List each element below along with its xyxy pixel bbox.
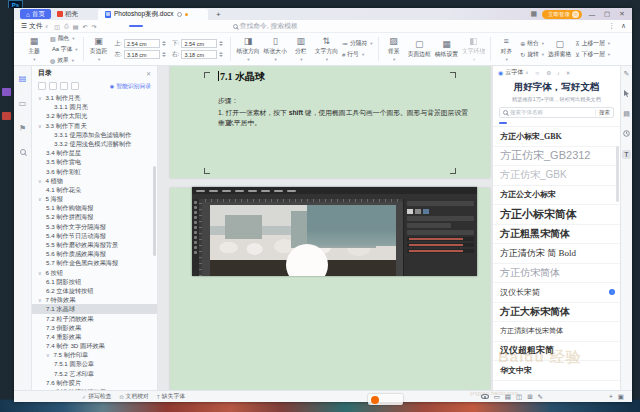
outline-item[interactable]: 7.5.1 圆形公章	[32, 359, 157, 368]
save-icon[interactable]: ◫	[54, 23, 60, 30]
theme-option-button[interactable]: Aa 字体	[48, 45, 80, 54]
close-outline-icon[interactable]: ✕	[146, 70, 151, 77]
file-menu-button[interactable]: ☰ 文件 ∨	[21, 21, 48, 31]
ribbon-button[interactable]: 文字方向	[313, 36, 340, 62]
ribbon-button[interactable]: 稿纸设置	[433, 36, 460, 62]
embedded-screenshot-image[interactable]	[192, 187, 477, 276]
font-list-item[interactable]: 方正仿宋_GBK	[493, 166, 620, 186]
outline-item[interactable]: 5.3 制作文字分隔海报	[32, 222, 157, 231]
outline-item[interactable]: 5.5 制作磨砂效果海报背景	[32, 240, 157, 249]
folder-icon[interactable]: ▭	[19, 99, 27, 108]
undo-icon[interactable]: ↶	[83, 23, 88, 30]
font-list-item[interactable]: 汉仪超粗宋简	[493, 342, 620, 362]
outline-item[interactable]: ∨ 7.5 制作印章	[32, 350, 157, 359]
search-icon[interactable]	[20, 149, 26, 155]
smiley-icon[interactable]: ☺	[535, 70, 541, 76]
margin-input[interactable]: 3.18 cm	[181, 50, 217, 59]
outline-item[interactable]: ∨ 7 特殊效果	[32, 295, 157, 304]
ribbon-button[interactable]: 纸张方向	[234, 36, 261, 62]
menu-item[interactable]	[171, 25, 185, 27]
tab-document[interactable]: W Photoshop案例.docx	[98, 9, 208, 20]
font-search-button[interactable]: 搜索	[595, 109, 610, 116]
outline-item[interactable]: 5.2 制作拼图海报	[32, 212, 157, 221]
font-list-item[interactable]: 方正粗黑宋简体	[493, 225, 620, 245]
outline-panel-icon[interactable]: ▤	[19, 74, 27, 83]
desktop-icon[interactable]	[2, 112, 11, 120]
font-search-box[interactable]: 搜索字体名称 搜索	[499, 107, 614, 118]
photoshop-desktop-icon[interactable]: Ps	[8, 0, 23, 8]
history-clock-icon[interactable]	[623, 130, 630, 138]
ribbon-small-button[interactable]: 上移一层	[573, 39, 612, 48]
outline-item[interactable]: ∨ 3.3 制作下雨天	[32, 121, 157, 130]
status-check-button[interactable]: 拼写检查	[82, 392, 111, 401]
ribbon-small-button[interactable]: 下移一层	[573, 50, 612, 59]
selection-pane-button[interactable]: 选择窗格	[546, 39, 573, 59]
font-list-item[interactable]: 方正仿宋简体	[493, 264, 620, 284]
font-list-item[interactable]: 方正小标宋_GBK	[493, 127, 620, 147]
outline-item[interactable]: 7.2 粒子消散效果	[32, 314, 157, 323]
theme-option-button[interactable]: 颜色	[48, 34, 80, 43]
export-icon[interactable]: ▤	[73, 23, 79, 30]
view-mode-3-icon[interactable]: ◫	[516, 393, 522, 401]
minimize-button[interactable]: —	[587, 11, 597, 18]
menu-item[interactable]	[101, 25, 115, 27]
outline-tool-button[interactable]	[38, 82, 46, 90]
document-area[interactable]: 7.1 水晶球 步骤： 1. 打开一张素材，按下 shift 键，使用椭圆工具勾…	[158, 66, 492, 390]
gear-icon[interactable]: ⚙	[546, 70, 551, 76]
close-button[interactable]: ✕	[617, 10, 627, 18]
outline-item[interactable]: 3.3.2 使用浅色模式溶解制作	[32, 139, 157, 148]
margin-input[interactable]: 2.54 cm	[181, 39, 217, 48]
eye-protect-icon[interactable]	[481, 394, 489, 399]
maximize-button[interactable]: ▢	[602, 10, 612, 18]
outline-item[interactable]: 7.4 制作 3D 圆环效果	[32, 341, 157, 350]
command-search[interactable]: 查找命令, 搜索模板	[233, 21, 298, 31]
menu-item[interactable]	[143, 25, 157, 27]
outline-item[interactable]: 3.3.1 使用添加杂色滤镜制作	[32, 130, 157, 139]
zoom-in-button[interactable]: +	[609, 393, 613, 400]
stepper[interactable]	[162, 52, 166, 57]
menu-item[interactable]	[213, 25, 227, 27]
outline-item[interactable]: 4.1 制作花朵	[32, 185, 157, 194]
document-page-1[interactable]: 7.1 水晶球 步骤： 1. 打开一张素材，按下 shift 键，使用椭圆工具勾…	[170, 66, 490, 178]
outline-item[interactable]: 5.6 制作质感效果海报	[32, 249, 157, 258]
redo-icon[interactable]: ↷	[92, 23, 97, 30]
stepper[interactable]	[162, 41, 166, 46]
outline-tool-button[interactable]	[49, 82, 57, 90]
desktop-icon[interactable]	[2, 88, 11, 96]
view-mode-4-icon[interactable]: ⊞	[527, 393, 532, 401]
outline-item[interactable]: 7.3 倒影效果	[32, 323, 157, 332]
align-button[interactable]: 对齐	[494, 36, 518, 62]
outline-item[interactable]: 5.4 制作节日活动海报	[32, 231, 157, 240]
theme-button[interactable]: 主题	[22, 36, 46, 62]
text-tool-icon[interactable]: T	[622, 150, 630, 159]
close-panel-icon[interactable]: ✕	[566, 70, 571, 76]
pen-tool-icon[interactable]: ✎	[624, 70, 630, 78]
font-list-item[interactable]: 方正大标宋简体	[493, 303, 620, 323]
bell-icon[interactable]: ♪	[557, 70, 560, 76]
print-icon[interactable]: ⎙	[64, 23, 69, 30]
font-category-tab[interactable]	[512, 122, 520, 124]
cursor-tool-icon[interactable]	[624, 90, 630, 98]
outline-item[interactable]: ∨ 4 植物	[32, 176, 157, 185]
outline-item[interactable]: 5.7 制作金色黑白效果海报	[32, 258, 157, 267]
page-margins-button[interactable]: 页边距	[87, 36, 111, 62]
font-list-item[interactable]: 方正清刻本悦宋简体	[493, 322, 620, 342]
ribbon-button[interactable]: 文字环绕	[460, 36, 487, 62]
outline-item[interactable]: 5.1 制作购物海报	[32, 203, 157, 212]
outline-item[interactable]: 7.5.2 艺术印章	[32, 369, 157, 378]
ribbon-button[interactable]: 分栏	[289, 36, 313, 62]
outline-item[interactable]: 3.1.1 圆月亮	[32, 102, 157, 111]
outline-item[interactable]: 7.1 水晶球	[32, 304, 157, 313]
font-category-tab[interactable]	[538, 122, 546, 124]
smart-outline-link[interactable]: 智能识别目录	[110, 82, 151, 91]
window-layout-icon[interactable]: ▦	[530, 10, 537, 18]
outline-item[interactable]: 6.1 阴影按钮	[32, 277, 157, 286]
outline-item[interactable]: 6.2 立体旋转按钮	[32, 286, 157, 295]
font-source-dropdown[interactable]: 云字体	[505, 68, 523, 77]
font-category-tab[interactable]	[499, 122, 507, 124]
outline-item[interactable]: 3.5 制作雷电	[32, 157, 157, 166]
input-method-icon[interactable]	[371, 396, 379, 404]
more-vertical-icon[interactable]: ⋮	[608, 22, 615, 30]
view-mode-1-icon[interactable]: ▭	[494, 393, 500, 401]
fullscreen-icon[interactable]: ▣	[618, 393, 624, 401]
